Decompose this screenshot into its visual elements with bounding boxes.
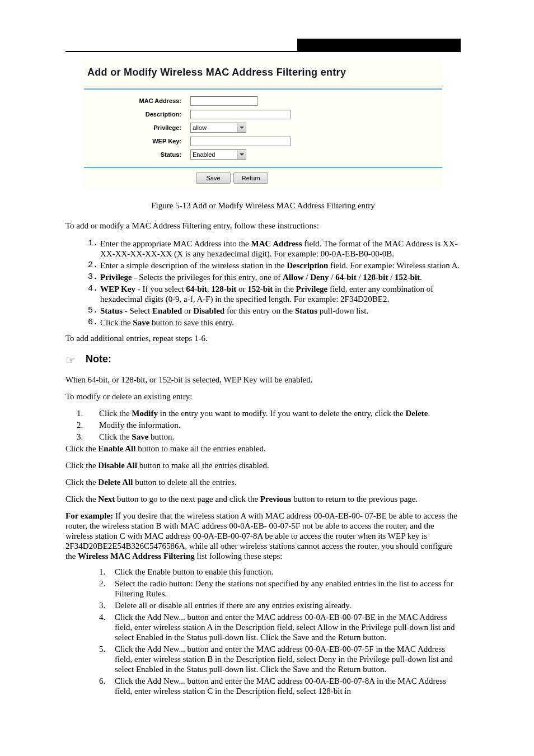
privilege-value: allow: [193, 124, 207, 131]
step-num: 6.: [99, 676, 115, 696]
status-value: Enabled: [193, 151, 215, 158]
bullet-num: 2.: [88, 260, 100, 270]
list-item: 4.Click the Add New... button and enter …: [99, 612, 461, 642]
bullet-num: 5.: [88, 306, 100, 316]
list-item: 6.Click the Add New... button and enter …: [99, 676, 461, 696]
step-text: Click the Enable button to enable this f…: [115, 567, 461, 577]
bullet-text: Click the Save button to save this entry…: [100, 318, 461, 328]
list-item: 5.Click the Add New... button and enter …: [99, 644, 461, 674]
document-body: Figure 5-13 Add or Modify Wireless MAC A…: [65, 200, 461, 698]
enable-all-text: Click the Enable All button to make all …: [65, 444, 461, 454]
row-status: Status: Enabled: [84, 148, 442, 161]
header-bar: [297, 39, 458, 51]
save-button[interactable]: Save: [196, 172, 231, 184]
bullet-text: Privilege - Selects the privileges for t…: [100, 272, 461, 282]
note-body: When 64-bit, or 128-bit, or 152-bit is s…: [65, 375, 461, 385]
step-num: 2.: [77, 420, 99, 430]
top-rule: [65, 51, 461, 52]
bullet-num: 6.: [88, 318, 100, 328]
chevron-down-icon: [237, 150, 246, 159]
bullet-list: 1.Enter the appropriate MAC Address into…: [88, 239, 461, 328]
rule-top: [84, 88, 442, 90]
step-text: Click the Save button.: [99, 432, 461, 442]
list-item: 3.Click the Save button.: [77, 432, 461, 442]
modify-intro: To modify or delete an existing entry:: [65, 391, 461, 402]
bullet-text: Enter a simple description of the wirele…: [100, 260, 461, 270]
wep-key-input[interactable]: [190, 137, 291, 146]
list-item: 2.Select the radio button: Deny the stat…: [99, 578, 461, 599]
step-text: Modify the information.: [99, 420, 461, 430]
note-label: Note:: [86, 353, 461, 366]
step-num: 1.: [77, 408, 99, 418]
delete-all-text: Click the Delete All button to delete al…: [65, 477, 461, 487]
modify-steps: 1.Click the Modify in the entry you want…: [65, 408, 461, 442]
figure-caption: Figure 5-13 Add or Modify Wireless MAC A…: [65, 200, 461, 211]
form-figure: Add or Modify Wireless MAC Address Filte…: [84, 59, 442, 189]
step-text: Click the Modify in the entry you want t…: [99, 408, 461, 418]
bullet-num: 3.: [88, 272, 100, 282]
bullet-text: WEP Key - If you select 64-bit, 128-bit …: [100, 284, 461, 304]
step-text: Click the Add New... button and enter th…: [115, 612, 461, 642]
bullet-num: 4.: [88, 284, 100, 304]
list-item: 6.Click the Save button to save this ent…: [88, 318, 461, 328]
list-item: 5.Status - Select Enabled or Disabled fo…: [88, 306, 461, 316]
label-wep: WEP Key:: [84, 138, 190, 144]
bullet-text: Status - Select Enabled or Disabled for …: [100, 306, 461, 316]
row-priv: Privilege: allow: [84, 121, 442, 134]
step-num: 5.: [99, 644, 115, 674]
intro-text: To add or modify a MAC Address Filtering…: [65, 221, 461, 231]
row-wep: WEP Key:: [84, 134, 442, 148]
rule-bottom: [84, 167, 442, 168]
list-item: 2.Modify the information.: [77, 420, 461, 430]
row-mac: MAC Address:: [84, 94, 442, 108]
disable-all-text: Click the Disable All button to make all…: [65, 460, 461, 470]
list-item: 2.Enter a simple description of the wire…: [88, 260, 461, 270]
row-desc: Description:: [84, 108, 442, 121]
return-button[interactable]: Return: [233, 172, 268, 184]
step-text: Select the radio button: Deny the statio…: [115, 578, 461, 599]
step-text: Click the Add New... button and enter th…: [115, 644, 461, 674]
step-num: 1.: [99, 567, 115, 577]
chevron-down-icon: [237, 123, 246, 132]
status-select[interactable]: Enabled: [190, 150, 246, 160]
step-num: 2.: [99, 578, 115, 599]
list-item: 1.Click the Enable button to enable this…: [99, 567, 461, 577]
description-input[interactable]: [190, 110, 291, 119]
step-num: 3.: [77, 432, 99, 442]
bullet-text: Enter the appropriate MAC Address into t…: [100, 239, 461, 259]
list-item: 1.Enter the appropriate MAC Address into…: [88, 239, 461, 259]
step-text: Click the Add New... button and enter th…: [115, 676, 461, 696]
bullet-num: 1.: [88, 239, 100, 259]
form-title: Add or Modify Wireless MAC Address Filte…: [84, 59, 442, 86]
nav-text: Click the Next button to go to the next …: [65, 494, 461, 504]
example-steps: 1.Click the Enable button to enable this…: [65, 567, 461, 696]
label-desc: Description:: [84, 111, 190, 118]
step-num: 3.: [99, 600, 115, 610]
repeat-note: To add additional entries, repeat steps …: [65, 333, 461, 343]
privilege-select[interactable]: allow: [190, 123, 246, 133]
list-item: 3.Delete all or disable all entries if t…: [99, 600, 461, 610]
label-mac: MAC Address:: [84, 97, 190, 104]
header-bar-accent: [457, 39, 461, 51]
label-priv: Privilege:: [84, 124, 190, 131]
list-item: 4.WEP Key - If you select 64-bit, 128-bi…: [88, 284, 461, 304]
button-row: Save Return: [84, 172, 442, 184]
step-text: Delete all or disable all entries if the…: [115, 600, 461, 610]
step-num: 4.: [99, 612, 115, 642]
example-intro: For example: If you desire that the wire…: [65, 511, 461, 561]
note-block: ☞ Note:: [65, 353, 461, 366]
pointing-hand-icon: ☞: [65, 353, 81, 366]
list-item: 1.Click the Modify in the entry you want…: [77, 408, 461, 418]
label-status: Status:: [84, 151, 190, 158]
mac-address-input[interactable]: [190, 96, 257, 106]
list-item: 3.Privilege - Selects the privileges for…: [88, 272, 461, 282]
